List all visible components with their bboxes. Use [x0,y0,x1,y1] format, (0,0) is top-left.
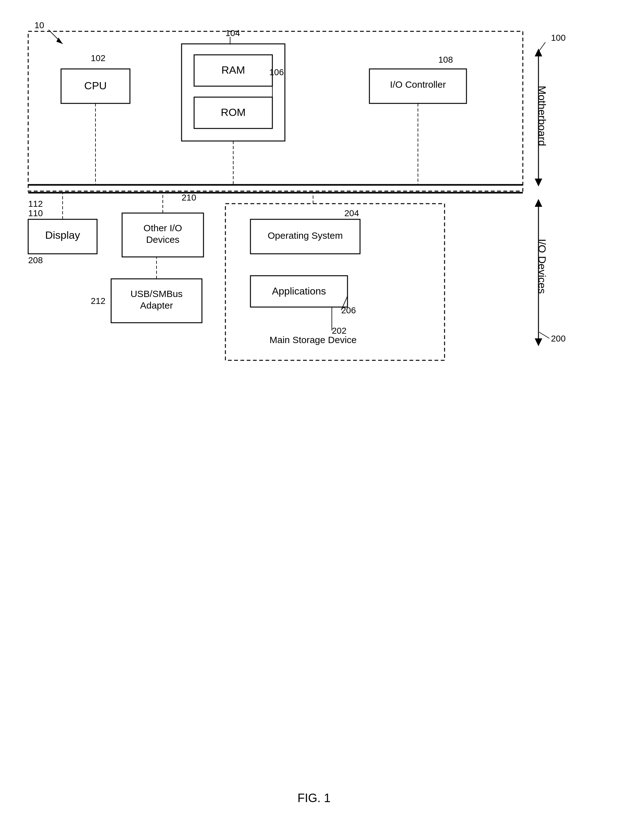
ref-210-label: 210 [182,193,196,202]
ref-112-label: 112 [28,199,43,208]
usb-smbus-label2: Adapter [140,300,173,311]
ref-202-label: 202 [332,326,346,336]
ref-200-label: 200 [551,334,566,343]
ref-212-label: 212 [91,296,105,306]
ref-108-label: 108 [438,55,453,65]
ref-208-label: 208 [28,255,43,265]
svg-marker-19 [535,199,542,207]
usb-smbus-label: USB/SMBus [131,289,183,299]
fig-label: FIG. 1 [297,791,331,805]
applications-label: Applications [272,286,326,297]
other-io-label2: Devices [146,234,180,245]
ref-204-label: 204 [345,208,359,218]
os-label: Operating System [268,230,343,241]
cpu-box-label: CPU [84,80,107,92]
ref-100-label: 100 [551,33,566,43]
ref-206-label: 206 [341,305,356,315]
ref-10-label: 10 [35,21,44,30]
svg-marker-18 [535,338,542,346]
svg-marker-2 [535,178,542,186]
main-storage-label: Main Storage Device [269,335,357,345]
rom-box-label: ROM [221,106,246,118]
ram-box-label: RAM [221,64,245,76]
display-label: Display [45,229,80,241]
io-controller-label: I/O Controller [390,79,446,90]
svg-line-4 [538,42,545,52]
ref-104-label: 104 [225,28,240,38]
ref-110-label: 110 [28,208,43,218]
ref-106-label: 106 [269,67,284,77]
ref-102-label: 102 [91,53,105,63]
svg-marker-3 [535,49,542,57]
other-io-label: Other I/O [143,223,182,233]
svg-line-20 [539,332,549,338]
